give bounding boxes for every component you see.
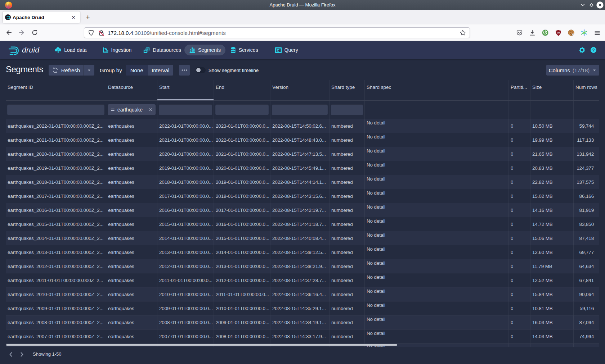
window-close-button[interactable] xyxy=(596,0,604,10)
column-filter-input[interactable] xyxy=(272,104,328,115)
nav-query[interactable]: Query xyxy=(270,45,303,55)
nav-datasources[interactable]: Datasources xyxy=(139,45,186,55)
cell-datasource[interactable]: earthquakes xyxy=(106,203,157,217)
cell-id[interactable]: earthquakes_2014-01-01T00:00:00.000Z_2..… xyxy=(6,231,106,245)
insecure-lock-icon[interactable] xyxy=(98,29,105,36)
cell-datasource[interactable]: earthquakes xyxy=(106,189,157,203)
cell-datasource[interactable]: earthquakes xyxy=(106,161,157,175)
cookie-extension-icon[interactable] xyxy=(565,27,577,38)
next-page-button[interactable] xyxy=(16,349,27,360)
more-options-button[interactable] xyxy=(179,65,190,76)
column-filter-input[interactable] xyxy=(331,104,363,115)
cell-id[interactable]: earthquakes_2016-01-01T00:00:00.000Z_2..… xyxy=(6,203,106,217)
cell-id[interactable]: earthquakes_2009-01-01T00:00:00.000Z_2..… xyxy=(6,301,106,315)
cell-datasource[interactable]: earthquakes xyxy=(106,119,157,133)
svg-text:?: ? xyxy=(592,48,595,52)
horizontal-scrollbar[interactable] xyxy=(6,344,397,346)
cell-datasource[interactable]: earthquakes xyxy=(106,133,157,147)
ublock-icon[interactable]: uO xyxy=(552,27,564,38)
column-header[interactable]: Size xyxy=(530,80,574,100)
cell-datasource[interactable]: earthquakes xyxy=(106,287,157,301)
cell-datasource[interactable]: earthquakes xyxy=(106,231,157,245)
cell-datasource[interactable]: earthquakes xyxy=(106,175,157,189)
filter-cell xyxy=(330,101,365,119)
cell-id[interactable]: earthquakes_2019-01-01T00:00:00.000Z_2..… xyxy=(6,161,106,175)
segment-timeline-toggle[interactable] xyxy=(196,67,206,73)
pocket-icon[interactable] xyxy=(514,27,525,38)
column-filter-input[interactable] xyxy=(159,104,212,115)
cell-datasource[interactable]: earthquakes xyxy=(106,315,157,329)
url-bar[interactable]: 172.18.0.4:30109/unified-console.html#se… xyxy=(84,27,470,38)
cell-id[interactable]: earthquakes_2008-01-01T00:00:00.000Z_2..… xyxy=(6,315,106,329)
caret-down-icon xyxy=(87,68,91,73)
tab-close-icon[interactable]: ✕ xyxy=(70,14,77,21)
cell-datasource[interactable]: earthquakes xyxy=(106,245,157,259)
column-header[interactable]: Shard type xyxy=(330,80,365,100)
group-by-interval-button[interactable]: Interval xyxy=(148,65,173,76)
nav-segments[interactable]: Segments xyxy=(184,45,225,55)
cell-id[interactable]: earthquakes_2022-01-01T00:00:00.000Z_2..… xyxy=(6,119,106,133)
pagination-bar: Showing 1-50 xyxy=(0,347,605,364)
cell-datasource[interactable]: earthquakes xyxy=(106,217,157,231)
cell-id[interactable]: earthquakes_2021-01-01T00:00:00.000Z_2..… xyxy=(6,133,106,147)
column-header[interactable]: Segment ID xyxy=(6,80,106,100)
refresh-dropdown-button[interactable] xyxy=(84,65,94,76)
cell-datasource[interactable]: earthquakes xyxy=(106,147,157,161)
column-filter-input[interactable] xyxy=(7,104,104,115)
back-button[interactable] xyxy=(3,27,14,38)
cell-id[interactable]: earthquakes_2011-01-01T00:00:00.000Z_2..… xyxy=(6,273,106,287)
column-filter-input[interactable] xyxy=(215,104,269,115)
columns-dropdown-button[interactable]: Columns (17/18) xyxy=(546,65,599,76)
reload-button[interactable] xyxy=(29,27,40,38)
menu-hamburger-icon[interactable] xyxy=(591,27,603,38)
cell-size: 20.83 MB xyxy=(530,161,574,175)
cell-datasource[interactable]: earthquakes xyxy=(106,329,157,343)
cell-id[interactable]: earthquakes_2010-01-01T00:00:00.000Z_2..… xyxy=(6,287,106,301)
column-header[interactable]: Shard spec xyxy=(365,80,509,100)
group-by-none-button[interactable]: None xyxy=(126,65,148,76)
column-header[interactable]: Version xyxy=(270,80,330,100)
new-tab-button[interactable]: + xyxy=(82,13,94,22)
cell-id[interactable]: earthquakes_2018-01-01T00:00:00.000Z_2..… xyxy=(6,175,106,189)
window-maximize-button[interactable] xyxy=(587,0,596,10)
cell-size: 21.65 MB xyxy=(530,147,574,161)
extension-asterisk-icon[interactable] xyxy=(578,27,590,38)
shield-icon[interactable] xyxy=(88,29,94,36)
cell-id[interactable]: earthquakes_2013-01-01T00:00:00.000Z_2..… xyxy=(6,245,106,259)
cell-datasource[interactable]: earthquakes xyxy=(106,273,157,287)
cell-id[interactable]: earthquakes_2015-01-01T00:00:00.000Z_2..… xyxy=(6,217,106,231)
column-header[interactable]: Num rows xyxy=(574,80,599,100)
column-header[interactable]: Datasource xyxy=(106,80,157,100)
column-header[interactable]: Start xyxy=(157,80,214,100)
window-titlebar[interactable]: Apache Druid — Mozilla Firefox xyxy=(0,0,605,10)
nav-ingestion[interactable]: Ingestion xyxy=(98,45,136,55)
tab-apache-druid[interactable]: Apache Druid ✕ xyxy=(3,12,80,23)
remove-filter-icon[interactable] xyxy=(148,108,153,112)
druid-logo[interactable]: druid xyxy=(9,45,39,55)
cell-start: 2013-01-01T00:00:00.0... xyxy=(157,245,214,259)
bookmark-star-icon[interactable] xyxy=(460,29,466,36)
cell-shard-spec: No detail xyxy=(365,287,509,301)
gantt-chart-icon xyxy=(102,47,109,53)
column-header[interactable]: End xyxy=(214,80,270,100)
cell-id[interactable]: earthquakes_2007-01-01T00:00:00.000Z_2..… xyxy=(6,329,106,343)
settings-gear-icon[interactable] xyxy=(579,47,586,54)
column-filter-input[interactable]: earthquake xyxy=(108,104,156,115)
column-header[interactable]: Partiti... xyxy=(509,80,530,100)
cell-id[interactable]: earthquakes_2020-01-01T00:00:00.000Z_2..… xyxy=(6,147,106,161)
forward-button[interactable] xyxy=(16,27,27,38)
help-icon[interactable]: ? xyxy=(590,47,597,53)
downloads-icon[interactable] xyxy=(526,27,538,38)
cell-datasource[interactable]: earthquakes xyxy=(106,301,157,315)
nav-load-data[interactable]: Load data xyxy=(50,45,91,55)
prev-page-button[interactable] xyxy=(5,349,16,360)
nav-services[interactable]: Services xyxy=(225,45,263,55)
refresh-button[interactable]: Refresh xyxy=(49,65,84,76)
cell-id[interactable]: earthquakes_2017-01-01T00:00:00.000Z_2..… xyxy=(6,189,106,203)
refresh-label: Refresh xyxy=(61,67,80,73)
window-minimize-button[interactable] xyxy=(578,0,587,10)
extension-privacy-icon[interactable] xyxy=(539,27,551,38)
cell-datasource[interactable]: earthquakes xyxy=(106,259,157,273)
filter-tag-earthquake[interactable]: earthquake xyxy=(108,104,156,115)
cell-id[interactable]: earthquakes_2012-01-01T00:00:00.000Z_2..… xyxy=(6,259,106,273)
